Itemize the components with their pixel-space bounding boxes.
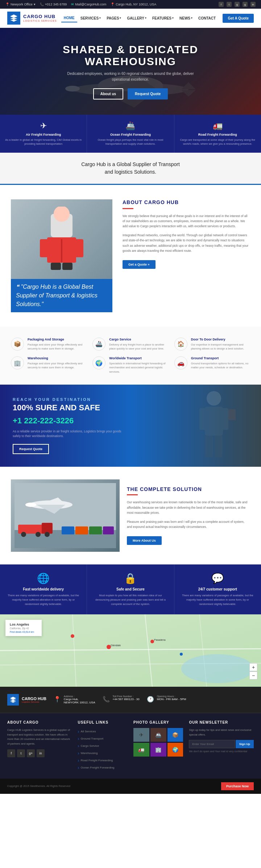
nav-features[interactable]: FEATURES ▾ [150, 14, 176, 22]
link-ground-transport[interactable]: Ground Transport [78, 735, 128, 742]
gallery-thumb-6[interactable]: 🌍 [167, 743, 183, 757]
logo-text: CARGO HUB Logistics Services [23, 14, 57, 22]
cta-banner: REACH YOUR DESTINATION 100% SURE AND SAF… [0, 385, 261, 467]
road-icon: 🚛 [179, 121, 257, 131]
googleplus-icon[interactable]: g [235, 2, 240, 7]
worker-svg [29, 207, 94, 272]
logo: CARGO HUB Logistics Services [7, 12, 57, 25]
get-quote-about-button[interactable]: Get a Quote » [123, 260, 156, 269]
newsletter-email-input[interactable] [189, 740, 235, 748]
features-strip: 🌐 Fast worldwide delivery There are many… [0, 564, 261, 614]
footer-gplus-icon[interactable]: g+ [27, 749, 35, 757]
about-us-button[interactable]: About us [93, 88, 123, 99]
address-info: 📍 Cargo Hub, NY 10012, USA [111, 3, 156, 6]
footer-facebook-icon[interactable]: f [7, 749, 15, 757]
gallery-thumb-4[interactable]: 🚛 [133, 743, 149, 757]
about-image [11, 199, 112, 279]
svg-rect-11 [74, 239, 83, 257]
request-quote-cta-button[interactable]: Request Quote [13, 444, 49, 454]
worldwide-icon: 🌍 [92, 356, 105, 369]
svg-rect-35 [89, 526, 102, 534]
gallery-thumb-5[interactable]: 🏢 [150, 743, 166, 757]
svg-rect-17 [199, 408, 207, 430]
nav-pages[interactable]: PAGES ▾ [104, 14, 124, 22]
google-icon[interactable]: g [243, 2, 248, 7]
service-ocean: 🚢 Ocean Freight Forwarding Ocean freight… [87, 115, 174, 153]
footer-bottom: Copyright @ 2015 Steelthemes. All Rights… [0, 779, 261, 794]
footer-twitter-icon[interactable]: t [17, 749, 25, 757]
feat-secure-title: Safe and Secure [92, 587, 169, 591]
delivery-man-svg [192, 389, 236, 462]
nav-contact[interactable]: CONTACT [196, 14, 218, 22]
get-quote-button[interactable]: Get A Quote [223, 14, 254, 23]
svc-worldwide: 🌍 Worldwide Transport Specialists in int… [92, 356, 168, 374]
zoom-in-button[interactable]: + [249, 663, 257, 671]
svg-point-30 [21, 532, 26, 537]
about-para2: Integrated Road networks, covering the w… [123, 233, 250, 254]
air-title: Air Freight Forwarding [4, 133, 82, 136]
nav-gallery[interactable]: GALLERY ▾ [124, 14, 149, 22]
svc-ground: 🚗 Ground Transport Ground transportation… [174, 356, 250, 374]
svg-rect-12 [51, 263, 61, 270]
footer-newsletter-title: OUR NEWSLETTER [189, 720, 254, 724]
packaging-icon: 📦 [11, 338, 24, 351]
link-road-freight[interactable]: Road Freight Forwarding [78, 757, 128, 764]
nav-services[interactable]: SERVICES ▾ [78, 14, 103, 22]
newsletter-form: Sign Up [189, 740, 254, 748]
main-nav: HOME SERVICES ▾ PAGES ▾ GALLERY ▾ FEATUR… [61, 14, 218, 22]
link-cargo-service[interactable]: Cargo Service [78, 742, 128, 750]
twitter-icon[interactable]: t [227, 2, 232, 7]
svg-point-8 [54, 207, 70, 222]
purchase-now-button[interactable]: Purchase Now [221, 782, 254, 790]
worldwide-delivery-icon: 🌐 [5, 572, 82, 584]
hero-subtitle: Dedicated employees, working in 60 regio… [62, 71, 199, 82]
footer-address: 📍 Address : Cargo Hub,NEWYORK 10012, USA [54, 695, 95, 704]
link-warehousing[interactable]: Warehousing [78, 750, 128, 757]
footer-toll: 📞 Toll Free Number : +44 567 890123 - 30 [103, 695, 140, 704]
about-image-area: ❝ "Cargo Hub is a Global Best Supplier o… [11, 199, 112, 312]
warehouse-icon: 🏢 [11, 356, 24, 369]
service-air: ✈ Air Freight Forwarding As a leader in … [0, 115, 87, 153]
svg-point-44 [181, 654, 254, 683]
about-title: ABOUT CARGO HUB [123, 199, 250, 205]
complete-image [11, 479, 120, 552]
footer-newsletter-text: Sign up today for tips and latest news a… [189, 728, 254, 737]
gallery-thumb-1[interactable]: ✈ [133, 728, 149, 742]
footer-links-title: USEFUL LINKS [78, 720, 128, 724]
svc-cargo-text: Cargo Service Delivery of any freight fr… [109, 338, 168, 351]
logo-main-text: CARGO HUB [23, 14, 57, 20]
map-state: California, Zip 42 [10, 627, 37, 630]
nav-news[interactable]: NEWS ▾ [177, 14, 195, 22]
facebook-icon[interactable]: f [219, 2, 224, 7]
footer-main: ABOUT CARGO Cargo HUB Logistics Services… [0, 713, 261, 779]
svc-warehousing: 🏢 Warehousing Package and store your thi… [11, 356, 87, 374]
link-all-services[interactable]: All Services [78, 728, 128, 735]
zoom-out-button[interactable]: − [249, 672, 257, 679]
hero-content: SHARED & DEDICATED WAREHOUSING Dedicated… [51, 29, 210, 114]
air-icon: ✈ [4, 121, 82, 131]
svc-packaging-text: Packaging And Storage Package and store … [28, 338, 87, 351]
cargo-logo-svg [9, 14, 18, 22]
more-about-us-button[interactable]: More About Us [127, 536, 162, 545]
ocean-desc: Ocean freight plays perhaps the most vit… [91, 138, 169, 146]
newsletter-signup-button[interactable]: Sign Up [236, 740, 254, 748]
phone-info: 📞 +012 345 6789 [40, 3, 67, 6]
nav-home[interactable]: HOME [61, 14, 77, 22]
map-section: Glendale Pasadena Los Angeles California… [0, 614, 261, 687]
clock-icon: 🕐 [147, 696, 154, 703]
quote-icon: ❝ [16, 284, 21, 290]
svg-point-46 [150, 640, 154, 643]
linkedin-icon[interactable]: in [250, 2, 256, 7]
gallery-thumb-3[interactable]: 📦 [167, 728, 183, 742]
link-ocean-freight[interactable]: Ocean Freight Forwarding [78, 764, 128, 771]
svg-rect-16 [205, 407, 223, 436]
top-bar-socials: f t g g in [219, 2, 256, 7]
hours-label: Opening Hours : [157, 695, 186, 698]
svg-rect-33 [62, 526, 74, 534]
request-quote-hero-button[interactable]: Request Quote [128, 88, 168, 99]
svc-door: 🏠 Door To Door Delivery Our expertise in… [174, 338, 250, 351]
footer-linkedin-icon[interactable]: in [37, 749, 45, 757]
hero-section: SHARED & DEDICATED WAREHOUSING Dedicated… [0, 28, 261, 115]
svg-text:Pasadena: Pasadena [154, 639, 166, 641]
gallery-thumb-2[interactable]: 🚢 [150, 728, 166, 742]
